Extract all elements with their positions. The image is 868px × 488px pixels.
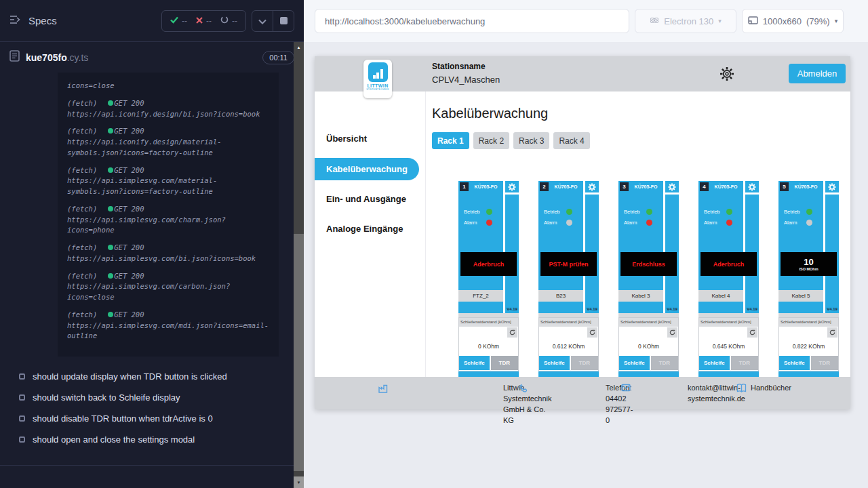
test-pending-icon bbox=[19, 373, 25, 380]
request-url: https://api.simplesvg.com/charm.json?ico… bbox=[67, 215, 269, 237]
device-body: 4 KÜ705-FO Betrieb Alarm Aderbruch Kabel… bbox=[698, 181, 759, 313]
sidebar-item-uebersicht[interactable]: Übersicht bbox=[315, 134, 425, 144]
device-settings-gear-icon[interactable] bbox=[827, 182, 837, 192]
url-input[interactable] bbox=[315, 9, 629, 33]
schleife-button[interactable]: Schleife bbox=[699, 356, 730, 370]
refresh-button[interactable] bbox=[827, 327, 837, 338]
app-frame: Stationsname CPLV4_Maschen Abmelden LITT… bbox=[315, 56, 850, 409]
settings-gear-button[interactable] bbox=[718, 65, 736, 83]
tdr-button[interactable]: TDR bbox=[651, 356, 678, 370]
logout-button[interactable]: Abmelden bbox=[789, 64, 846, 83]
device-settings-gear-icon[interactable] bbox=[667, 182, 677, 192]
tab-rack-3[interactable]: Rack 3 bbox=[513, 132, 549, 149]
tab-rack-4[interactable]: Rack 4 bbox=[553, 132, 589, 149]
tab-rack-2[interactable]: Rack 2 bbox=[473, 132, 509, 149]
status-text: GET 200 bbox=[114, 272, 144, 280]
refresh-button[interactable] bbox=[507, 327, 517, 338]
alarm-led bbox=[726, 220, 732, 226]
refresh-button[interactable] bbox=[747, 327, 757, 338]
cypress-panel: Specs -- -- -- ku bbox=[0, 0, 304, 488]
device-settings-gear-icon[interactable] bbox=[587, 182, 597, 192]
divider bbox=[823, 181, 825, 313]
status-text: GET 200 bbox=[114, 310, 144, 319]
log-entry: (fetch)GET 200 https://api.simplesvg.com… bbox=[67, 165, 269, 197]
scroll-up-button[interactable]: ▲ bbox=[294, 42, 304, 53]
scroll-down-button[interactable]: ▼ bbox=[294, 476, 304, 488]
alarm-label: Alarm bbox=[784, 220, 802, 226]
viewport-select[interactable]: 1000x660 (79%) ▾ bbox=[742, 9, 844, 33]
device-base bbox=[618, 371, 679, 377]
status-ok-dot-icon bbox=[108, 167, 113, 173]
refresh-button[interactable] bbox=[587, 327, 597, 338]
sidebar-item-ein-und-ausgaenge[interactable]: Ein- und Ausgänge bbox=[315, 194, 425, 204]
test-item[interactable]: should update display when TDR button is… bbox=[19, 371, 293, 382]
device-card-5: 5 KÜ705-FO Betrieb Alarm 10 ISO MOhm Kab… bbox=[778, 181, 839, 377]
status-ok-dot-icon bbox=[108, 128, 113, 134]
sidebar-item-analoge-eingaenge[interactable]: Analoge Eingänge bbox=[315, 224, 425, 234]
status-display-text: Aderbruch bbox=[713, 261, 745, 268]
status-text: GET 200 bbox=[114, 243, 144, 251]
station-info: Stationsname CPLV4_Maschen bbox=[432, 62, 500, 85]
phone-icon bbox=[519, 384, 601, 409]
tdr-button[interactable]: TDR bbox=[491, 356, 518, 370]
sidebar-item-kabelueberwachung[interactable]: Kabelüberwachung bbox=[315, 158, 419, 180]
status-ok-dot-icon bbox=[108, 273, 113, 279]
resistance-panel: Schleifenwiderstand [kOhm] 0.645 KOhm Sc… bbox=[698, 317, 759, 371]
panel-scrollbar[interactable]: ▲ ▼ bbox=[294, 42, 304, 488]
betrieb-led bbox=[726, 209, 732, 215]
scroll-thumb[interactable] bbox=[294, 234, 304, 471]
spec-file-row[interactable]: kue705fo.cy.ts 00:11 bbox=[0, 42, 304, 68]
passed-stat: -- bbox=[170, 16, 187, 26]
collapse-button[interactable] bbox=[252, 11, 273, 31]
specs-menu[interactable]: Specs bbox=[9, 15, 57, 27]
status-leds: Betrieb Alarm bbox=[544, 209, 572, 230]
footer-manuals[interactable]: Handbücher bbox=[736, 383, 791, 409]
status-display: PST-M prüfen bbox=[540, 252, 597, 276]
schleife-button[interactable]: Schleife bbox=[779, 356, 810, 370]
status-display: Aderbruch bbox=[460, 252, 517, 276]
tab-rack-1[interactable]: Rack 1 bbox=[432, 132, 469, 149]
app-footer: Littwin Systemtechnik GmbH & Co. KG Tele… bbox=[315, 377, 850, 409]
test-title: should open and close the settings modal bbox=[33, 434, 195, 445]
device-settings-gear-icon[interactable] bbox=[507, 182, 517, 192]
status-text: GET 200 bbox=[114, 99, 144, 107]
test-item[interactable]: should disable TDR button when tdrActive… bbox=[19, 413, 293, 424]
x-icon bbox=[196, 16, 203, 26]
status-leds: Betrieb Alarm bbox=[624, 209, 652, 230]
footer-manuals-text: Handbücher bbox=[751, 383, 791, 409]
device-body: 5 KÜ705-FO Betrieb Alarm 10 ISO MOhm Kab… bbox=[778, 181, 839, 313]
chevron-down-icon bbox=[258, 15, 267, 27]
log-entry: (fetch)GET 200 https://api.iconify.desig… bbox=[67, 98, 269, 120]
status-display-text: Aderbruch bbox=[473, 261, 505, 268]
schleife-button[interactable]: Schleife bbox=[619, 356, 650, 370]
resistance-box: 0.612 KOhm bbox=[539, 327, 598, 356]
resistance-box: 0 KOhm bbox=[459, 327, 518, 356]
cable-name: B23 bbox=[538, 290, 583, 302]
failed-stat: -- bbox=[196, 16, 212, 26]
device-settings-gear-icon[interactable] bbox=[747, 182, 757, 192]
divider bbox=[663, 181, 665, 313]
page-title: Kabelüberwachung bbox=[432, 106, 548, 121]
status-display-text: Erdschluss bbox=[632, 261, 665, 268]
tdr-button[interactable]: TDR bbox=[571, 356, 598, 370]
alarm-led bbox=[486, 220, 492, 226]
mode-buttons: Schleife TDR bbox=[619, 356, 678, 370]
firmware-version: V4.19 bbox=[505, 307, 519, 311]
schleife-button[interactable]: Schleife bbox=[539, 356, 570, 370]
status-display-text: PST-M prüfen bbox=[549, 261, 589, 268]
stop-button[interactable] bbox=[273, 11, 294, 31]
status-text: GET 200 bbox=[114, 205, 144, 213]
status-ok-dot-icon bbox=[108, 100, 113, 106]
tdr-button[interactable]: TDR bbox=[731, 356, 758, 370]
spec-name: kue705fo.cy.ts bbox=[26, 52, 88, 63]
browser-select[interactable]: Electron 130 ▾ bbox=[635, 9, 736, 33]
fetch-source: (fetch) bbox=[67, 166, 97, 174]
status-ok-dot-icon bbox=[108, 206, 113, 211]
refresh-button[interactable] bbox=[667, 327, 677, 338]
divider bbox=[583, 181, 585, 313]
request-url: https://api.simplesvg.com/bi.json?icons=… bbox=[67, 253, 269, 264]
tdr-button[interactable]: TDR bbox=[811, 356, 838, 370]
test-item[interactable]: should open and close the settings modal bbox=[19, 434, 293, 445]
schleife-button[interactable]: Schleife bbox=[459, 356, 490, 370]
test-item[interactable]: should switch back to Schleife display bbox=[19, 392, 293, 403]
